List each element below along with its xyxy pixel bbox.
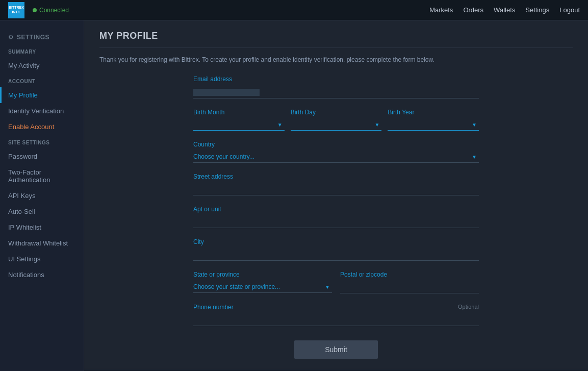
nav-logout[interactable]: Logout [559,6,580,14]
email-group: Email address [193,76,479,98]
sidebar-item-identity-verification[interactable]: Identity Verification [0,103,84,119]
sidebar-item-two-factor[interactable]: Two-Factor Authentication [0,164,84,188]
birth-month-select[interactable] [193,119,285,130]
main-content: MY PROFILE Thank you for registering wit… [84,20,588,369]
connected-label: Connected [39,7,69,14]
account-section-label: ACCOUNT [0,73,84,87]
city-input[interactable] [193,249,479,261]
state-select-wrapper: Choose your state or province... ▼ [193,281,332,293]
postal-group: Postal or zipcode [340,271,479,293]
sidebar-item-enable-account[interactable]: Enable Account [0,119,84,135]
state-postal-row: State or province Choose your state or p… [193,271,479,293]
state-select[interactable]: Choose your state or province... [193,281,332,292]
nav-left: BITTREXINT'L Connected [8,2,69,18]
logo-box: BITTREXINT'L [8,2,24,18]
nav-markets[interactable]: Markets [429,6,453,14]
summary-section-label: SUMMARY [0,44,84,58]
country-group: Country Choose your country... ▼ [193,141,479,163]
birth-month-select-wrapper: ▼ [193,119,285,131]
birth-year-select[interactable] [388,119,479,130]
birth-row: Birth Month ▼ Birth Day [193,109,479,131]
birth-day-select[interactable] [291,119,382,130]
profile-form: Email address Birth Month ▼ [193,76,479,359]
phone-label: Phone number Optional [193,304,479,311]
nav-settings[interactable]: Settings [525,6,549,14]
street-label: Street address [193,173,479,180]
sidebar-item-password[interactable]: Password [0,149,84,164]
state-label: State or province [193,271,332,278]
submit-button[interactable]: Submit [294,340,378,359]
gear-icon: ⚙ [8,34,14,41]
connected-badge: Connected [33,7,69,14]
street-input[interactable] [193,183,479,195]
state-group: State or province Choose your state or p… [193,271,332,293]
birth-month-label: Birth Month [193,109,285,116]
postal-input[interactable] [340,281,479,293]
settings-label: SETTINGS [17,34,49,41]
birth-day-label: Birth Day [291,109,382,116]
birth-day-select-wrapper: ▼ [291,119,382,131]
sidebar-item-api-keys[interactable]: API Keys [0,188,84,204]
info-text: Thank you for registering with Bittrex. … [99,56,573,63]
birth-year-label: Birth Year [388,109,479,116]
email-mask [193,89,260,96]
nav-right: Markets Orders Wallets Settings Logout [429,6,580,14]
postal-label: Postal or zipcode [340,271,479,278]
top-nav: BITTREXINT'L Connected Markets Orders Wa… [0,0,588,20]
street-group: Street address [193,173,479,195]
sidebar-item-ui-settings[interactable]: UI Settings [0,251,84,267]
layout: ⚙ SETTINGS SUMMARY My Activity ACCOUNT M… [0,20,588,371]
birth-year-select-wrapper: ▼ [388,119,479,131]
page-title: MY PROFILE [99,31,573,48]
birth-month-group: Birth Month ▼ [193,109,285,131]
connected-dot-icon [33,8,37,12]
sidebar: ⚙ SETTINGS SUMMARY My Activity ACCOUNT M… [0,20,84,371]
birth-year-group: Birth Year ▼ [388,109,479,131]
sidebar-item-activity[interactable]: My Activity [0,58,84,73]
city-label: City [193,238,479,245]
phone-optional-hint: Optional [458,304,479,310]
phone-input[interactable] [193,314,479,326]
sidebar-item-auto-sell[interactable]: Auto-Sell [0,204,84,219]
footer: About Privacy Website Status API Documen… [84,369,588,371]
apt-label: Apt or unit [193,206,479,213]
city-group: City [193,238,479,261]
nav-wallets[interactable]: Wallets [494,6,515,14]
nav-orders[interactable]: Orders [463,6,483,14]
birth-day-group: Birth Day ▼ [291,109,382,131]
logo-text: BITTREXINT'L [9,6,24,14]
site-settings-section-label: SITE SETTINGS [0,135,84,149]
sidebar-item-withdrawal-whitelist[interactable]: Withdrawal Whitelist [0,235,84,251]
apt-input[interactable] [193,216,479,228]
phone-label-text: Phone number [193,304,234,311]
apt-group: Apt or unit [193,206,479,228]
sidebar-item-notifications[interactable]: Notifications [0,267,84,283]
email-display [193,86,479,98]
sidebar-item-my-profile[interactable]: My Profile [0,87,84,103]
country-select[interactable]: Choose your country... [193,151,479,162]
sidebar-item-ip-whitelist[interactable]: IP Whitelist [0,219,84,235]
country-select-wrapper: Choose your country... ▼ [193,151,479,163]
phone-group: Phone number Optional [193,304,479,326]
logo: BITTREXINT'L [8,2,24,18]
country-label: Country [193,141,479,148]
email-label: Email address [193,76,479,83]
